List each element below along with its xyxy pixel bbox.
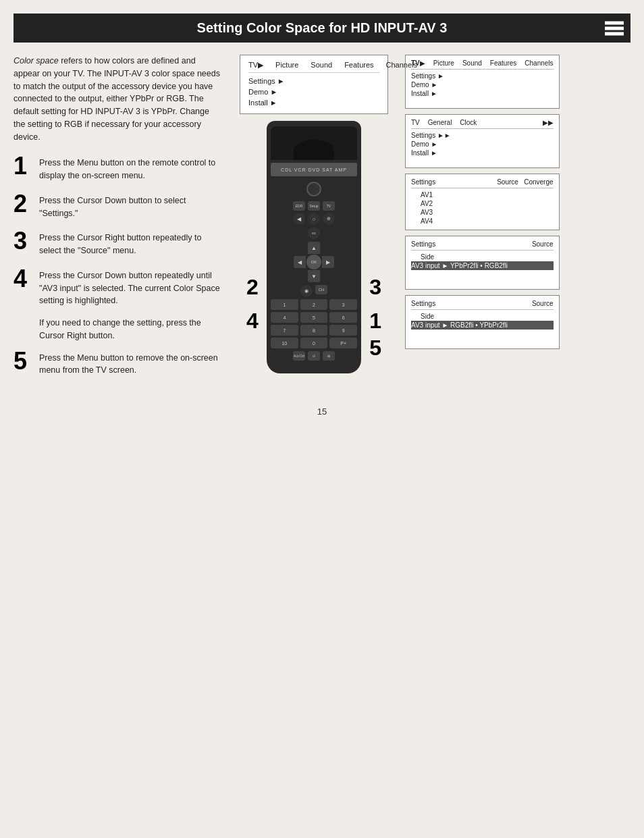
step-2-text: Press the Cursor Down button to select "… (39, 192, 223, 220)
step-4: 4 Press the Cursor Down button repeatedl… (14, 267, 223, 307)
menu-install: Install ► (248, 97, 379, 108)
remote-cc-row: cc (271, 227, 357, 239)
ch-button[interactable]: CH (315, 285, 327, 294)
screen5-av3-input: AV3 input ► RGB2fli • YPbPr2fli (411, 321, 554, 330)
btn-6[interactable]: 6 (329, 312, 357, 323)
remote-step-5: 5 (369, 337, 381, 359)
btn-7[interactable]: 7 (271, 325, 298, 336)
screen1-settings: Settings ► (411, 72, 554, 80)
step-5: 5 Press the Menu button to remove the on… (14, 349, 223, 377)
title-bar: Setting Color Space for HD INPUT-AV 3 (14, 14, 630, 43)
step-5-text: Press the Menu button to remove the on-s… (39, 349, 223, 377)
btn-extra1[interactable]: ⊙ (308, 351, 320, 361)
screen1-header: TV▶ Picture Sound Features Channels (411, 59, 554, 70)
remote-nav-row: ◀ ○ ⊕ (271, 213, 357, 225)
remote-step-3: 3 (369, 276, 381, 298)
btn-cc[interactable]: cc (308, 227, 320, 239)
btn-9[interactable]: 9 (329, 325, 357, 336)
screen2-header: TV General Clock ▶▶ (411, 119, 554, 129)
center-column: TV▶ Picture Sound Features Channels Sett… (236, 55, 392, 386)
cursor-down-button[interactable]: ▼ (308, 270, 320, 282)
remote-top-btns: EDR Setup TV (271, 201, 357, 211)
screen4-av3-input: AV3 input ► YPbPr2fli • RGB2fli (411, 261, 554, 270)
page-number: 15 (14, 407, 630, 417)
number-grid: 1 2 3 4 5 6 7 8 9 10 0 P+ (271, 299, 357, 348)
title-icon (605, 21, 624, 35)
remote-brand-bar: CDL VCR DVD SAT AMP (271, 163, 357, 176)
btn-menu[interactable]: ⊕ (323, 213, 335, 225)
screen2-demo: Demo ► (411, 140, 554, 149)
btn-1[interactable]: 1 (271, 299, 298, 310)
screen3-av3: AV3 (411, 208, 554, 217)
menu-top-row: TV▶ Picture Sound Features Channels (248, 61, 379, 73)
screen4-header: Settings Source (411, 240, 554, 251)
right-column: TV▶ Picture Sound Features Channels Sett… (405, 55, 560, 386)
screen-diagram-5: Settings Source Side AV3 input ► RGB2fli… (405, 295, 560, 349)
vol-button[interactable]: ◉ (300, 285, 313, 297)
btn-10[interactable]: 10 (271, 338, 298, 348)
remote-bottom-btns: Act.Ctrl ⊙ ⊞ (271, 351, 357, 361)
btn-setup[interactable]: Setup (308, 201, 320, 211)
d-pad: ▲ ▼ ◀ ▶ OK (294, 242, 334, 282)
screen3-av2: AV2 (411, 199, 554, 208)
step-number-4: 4 (14, 267, 32, 291)
step-4-text: Press the Cursor Down button repeatedly … (39, 267, 223, 307)
screen4-side: Side (411, 253, 554, 261)
cursor-up-button[interactable]: ▲ (308, 242, 320, 254)
btn-back[interactable]: ◀ (293, 213, 305, 225)
remote-step-2: 2 (246, 276, 259, 298)
step-1-text: Press the Menu button on the remote cont… (39, 154, 223, 182)
btn-0[interactable]: 0 (300, 338, 328, 348)
screen5-header: Settings Source (411, 300, 554, 310)
power-button[interactable] (306, 182, 321, 197)
intro-text: Color space refers to how colors are def… (14, 55, 223, 143)
btn-tv[interactable]: TV (323, 201, 335, 211)
page-title: Setting Color Space for HD INPUT-AV 3 (197, 20, 448, 36)
btn-3[interactable]: 3 (329, 299, 357, 310)
btn-2[interactable]: 2 (300, 299, 328, 310)
step-2: 2 Press the Cursor Down button to select… (14, 192, 223, 220)
screen-diagram-1: TV▶ Picture Sound Features Channels Sett… (405, 55, 560, 109)
btn-8[interactable]: 8 (300, 325, 328, 336)
btn-edr[interactable]: EDR (293, 201, 305, 211)
screen1-install: Install ► (411, 89, 554, 98)
main-content: Color space refers to how colors are def… (14, 55, 630, 386)
remote-image-area: 2 4 3 1 5 CDL VCR DVD SAT AMP (267, 121, 361, 373)
ok-button[interactable]: OK (306, 255, 321, 269)
step-number-5: 5 (14, 349, 32, 373)
remote-step-4: 4 (246, 310, 259, 332)
screen-diagram-4: Settings Source Side AV3 input ► YPbPr2f… (405, 236, 560, 290)
step-1: 1 Press the Menu button on the remote co… (14, 154, 223, 182)
remote-control: CDL VCR DVD SAT AMP EDR Setup TV ◀ ○ (267, 121, 361, 373)
screen3-header: Settings Source Converge (411, 178, 554, 188)
cursor-right-button[interactable]: ▶ (322, 256, 334, 268)
step-3: 3 Press the Cursor Right button repeated… (14, 229, 223, 257)
menu-diagram-top: TV▶ Picture Sound Features Channels Sett… (240, 55, 388, 114)
menu-settings: Settings ► (248, 76, 379, 86)
left-column: Color space refers to how colors are def… (14, 55, 223, 386)
menu-demo: Demo ► (248, 86, 379, 97)
btn-4[interactable]: 4 (271, 312, 298, 323)
remote-top (271, 126, 357, 160)
screen2-settings: Settings ►► (411, 131, 554, 140)
remote-vol-row: ◉ CH (271, 285, 357, 297)
remote-step-1: 1 (369, 310, 381, 332)
screen-diagram-3: Settings Source Converge AV1 AV2 AV3 AV4 (405, 174, 560, 230)
step-number-2: 2 (14, 192, 32, 216)
step-4-sub: If you need to change the setting, press… (39, 317, 223, 342)
btn-5[interactable]: 5 (300, 312, 328, 323)
step-3-text: Press the Cursor Right button repeatedly… (39, 229, 223, 257)
btn-extra2[interactable]: ⊞ (323, 351, 335, 361)
screen-diagram-2: TV General Clock ▶▶ Settings ►► Demo ► I… (405, 114, 560, 168)
btn-p[interactable]: P+ (329, 338, 357, 348)
screen5-side: Side (411, 312, 554, 321)
step-number-1: 1 (14, 154, 32, 178)
remote-power-row (271, 179, 357, 199)
screen1-demo: Demo ► (411, 80, 554, 89)
cursor-left-button[interactable]: ◀ (294, 256, 306, 268)
btn-ok[interactable]: ○ (308, 213, 320, 225)
screen2-install: Install ► (411, 149, 554, 157)
btn-active-control[interactable]: Act.Ctrl (293, 351, 305, 361)
screen3-av4: AV4 (411, 217, 554, 226)
screen3-av1: AV1 (411, 190, 554, 199)
